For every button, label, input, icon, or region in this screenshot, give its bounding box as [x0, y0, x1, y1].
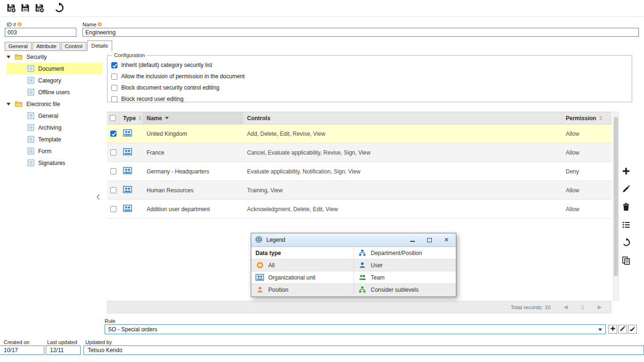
- folder-icon: [15, 54, 23, 60]
- legend-row: Position Consider sublevels: [251, 284, 456, 296]
- tree-item-label: Archiving: [38, 124, 61, 131]
- tree-item[interactable]: General: [7, 110, 103, 122]
- organizational-unit-icon: [123, 129, 132, 138]
- tree-item-label: Offline users: [38, 89, 70, 96]
- row-checkbox[interactable]: [110, 168, 116, 174]
- edit-button[interactable]: [620, 184, 632, 195]
- table-row[interactable]: Human Resources Training, View Allow: [107, 181, 611, 200]
- delete-button[interactable]: [620, 202, 632, 213]
- expander-icon[interactable]: [7, 103, 11, 106]
- window-controls: ×: [404, 234, 455, 246]
- row-checkbox[interactable]: [110, 131, 116, 137]
- row-permission: Allow: [562, 200, 611, 218]
- close-icon: ×: [444, 236, 448, 244]
- tree-item[interactable]: Form: [7, 145, 103, 157]
- column-header-select: [107, 112, 119, 124]
- next-page-button[interactable]: ▶: [595, 304, 604, 310]
- save-button[interactable]: [19, 2, 31, 15]
- config-checkbox[interactable]: [111, 62, 117, 68]
- tab[interactable]: Control: [61, 42, 86, 51]
- copy-button[interactable]: [620, 255, 632, 267]
- row-controls: Training, View: [243, 181, 562, 199]
- list-button[interactable]: [620, 220, 632, 231]
- name-input[interactable]: [83, 28, 639, 37]
- add-button[interactable]: [620, 166, 632, 177]
- scrollbar-thumb[interactable]: [614, 117, 618, 276]
- row-name: Germany - Headquarters: [143, 162, 243, 181]
- config-checkbox[interactable]: [111, 96, 117, 102]
- row-checkbox[interactable]: [110, 206, 116, 212]
- legend-item-team: Team: [354, 272, 456, 283]
- row-name: Addition user department: [143, 200, 243, 218]
- table-row[interactable]: France Cancel, Evaluate applicability, R…: [107, 143, 611, 162]
- config-option-label: Inherit (default) category security list: [121, 62, 212, 68]
- legend-item-label: All: [268, 262, 274, 269]
- config-option-label: Block record user editing: [121, 96, 183, 102]
- refresh-list-button[interactable]: [620, 238, 632, 249]
- clear-rule-button[interactable]: [628, 325, 637, 334]
- trash-icon: [622, 203, 630, 213]
- tree-item[interactable]: Signatures: [7, 157, 103, 169]
- document-icon: [27, 148, 34, 155]
- column-header-name-label: Name: [147, 115, 162, 122]
- tab[interactable]: General: [5, 42, 32, 51]
- legend-item-sublevels: Consider sublevels: [354, 284, 456, 296]
- tree-item[interactable]: Offline users: [7, 86, 103, 98]
- legend-item-label: Position: [268, 287, 289, 293]
- organizational-unit-icon: [123, 186, 132, 195]
- tree-item[interactable]: Category: [7, 74, 103, 86]
- legend-data-type-header: Data type: [251, 247, 354, 259]
- id-input[interactable]: [5, 28, 76, 37]
- column-header-name[interactable]: Name: [143, 112, 243, 124]
- save-add-button[interactable]: [5, 2, 17, 15]
- collapse-panel-handle[interactable]: [95, 191, 101, 202]
- configuration-legend: Configuration: [112, 52, 147, 58]
- close-button[interactable]: ×: [438, 234, 455, 246]
- maximize-button[interactable]: [421, 234, 438, 246]
- select-all-checkbox[interactable]: [110, 115, 116, 121]
- refresh-button[interactable]: [53, 2, 65, 15]
- table-row[interactable]: Addition user department Acknowledgment,…: [107, 200, 611, 219]
- security-table: Type Name Controls Permission: [107, 112, 611, 219]
- tab[interactable]: Details: [87, 41, 112, 51]
- save-icon: [20, 3, 30, 14]
- config-checkbox[interactable]: [111, 74, 117, 80]
- column-header-controls[interactable]: Controls: [243, 112, 562, 124]
- expander-icon[interactable]: [7, 56, 11, 58]
- table-row[interactable]: Germany - Headquarters Evaluate applicab…: [107, 162, 611, 181]
- column-header-permission[interactable]: Permission: [562, 112, 611, 124]
- last-updated-label: Last updated: [47, 339, 77, 345]
- tree-item[interactable]: Document: [7, 63, 103, 74]
- legend-item-org-unit: Organizational unit: [251, 272, 354, 283]
- tab[interactable]: Attribute: [33, 42, 60, 51]
- required-icon: [98, 22, 102, 27]
- tree-item[interactable]: Security: [7, 51, 103, 63]
- edit-rule-button[interactable]: [618, 325, 627, 334]
- legend-dialog-title: Legend: [266, 237, 285, 243]
- table-row[interactable]: United Kingdom Add, Delete, Edit, Revise…: [107, 124, 611, 143]
- tab-label: Attribute: [36, 43, 57, 49]
- legend-dialog-titlebar[interactable]: Legend ×: [251, 233, 456, 247]
- maximize-icon: [427, 238, 432, 242]
- prev-page-button[interactable]: ◀: [561, 304, 570, 310]
- erase-icon: [629, 326, 636, 333]
- legend-item-all: All: [251, 259, 354, 271]
- row-controls: Acknowledgment, Delete, Edit, View: [243, 200, 562, 218]
- minimize-button[interactable]: [404, 234, 421, 246]
- table-body: United Kingdom Add, Delete, Edit, Revise…: [107, 124, 611, 219]
- tree-item[interactable]: Electronic file: [7, 98, 103, 110]
- current-page[interactable]: 1: [578, 304, 587, 310]
- rule-select[interactable]: SO - Special orders: [105, 324, 606, 334]
- tree-item[interactable]: Archiving: [7, 122, 103, 133]
- save-close-button[interactable]: [33, 2, 45, 15]
- column-header-type[interactable]: Type: [119, 112, 143, 124]
- vertical-scrollbar[interactable]: [613, 112, 619, 301]
- tree-item[interactable]: Template: [7, 133, 103, 145]
- row-checkbox[interactable]: [110, 149, 116, 156]
- name-label: Name: [83, 22, 102, 27]
- config-checkbox[interactable]: [111, 85, 117, 91]
- row-permission: Allow: [562, 143, 611, 162]
- add-icon: [622, 167, 630, 177]
- row-checkbox[interactable]: [110, 187, 116, 193]
- add-rule-button[interactable]: [608, 325, 617, 334]
